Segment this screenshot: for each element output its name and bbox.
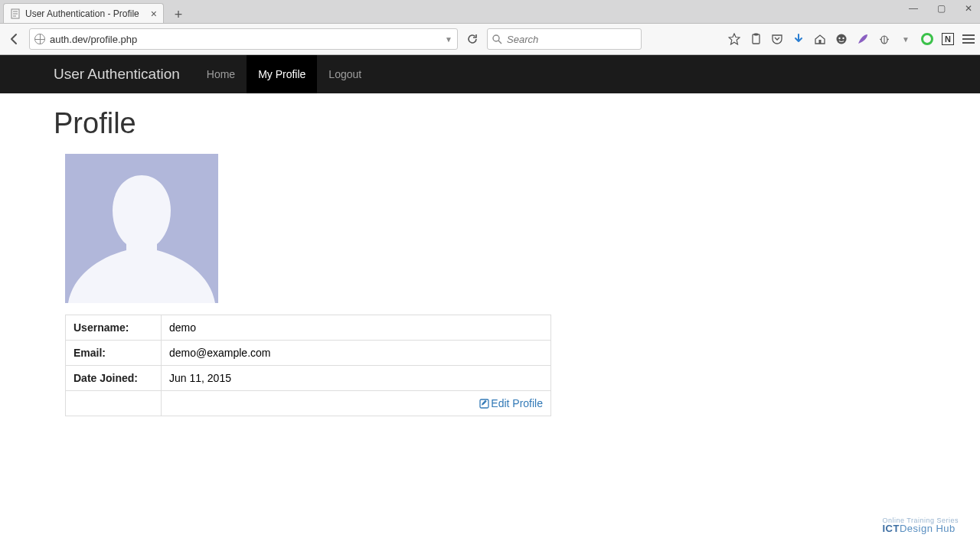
profile-avatar (65, 154, 218, 303)
minimize-button[interactable]: — (905, 3, 922, 14)
page-navbar: User Authentication Home My Profile Logo… (0, 55, 980, 93)
maximize-button[interactable]: ▢ (933, 3, 949, 14)
feather-icon[interactable] (856, 32, 870, 46)
pocket-icon[interactable] (770, 32, 784, 46)
close-window-button[interactable]: ✕ (960, 3, 977, 14)
nav-my-profile[interactable]: My Profile (247, 55, 317, 93)
email-label: Email: (66, 341, 162, 366)
bookmark-star-icon[interactable] (727, 32, 741, 46)
date-joined-value: Jun 11, 2015 (162, 366, 551, 391)
back-button[interactable] (5, 29, 24, 49)
url-dropdown-icon[interactable]: ▼ (445, 35, 452, 44)
watermark: Online Training Series ICTDesign Hub (882, 517, 959, 534)
address-bar[interactable]: ▼ (29, 28, 458, 50)
username-value: demo (162, 315, 551, 341)
svg-line-5 (498, 41, 501, 44)
hamburger-menu-icon[interactable] (962, 32, 975, 46)
bug-icon[interactable] (877, 32, 891, 46)
username-label: Username: (66, 315, 162, 341)
edit-profile-label: Edit Profile (491, 397, 543, 409)
brand[interactable]: User Authentication (54, 66, 180, 83)
dropdown-menu-icon[interactable]: ▼ (899, 32, 913, 46)
email-value: demo@example.com (162, 341, 551, 366)
svg-point-4 (493, 35, 499, 41)
browser-tab-strip: User Authentication - Profile × + — ▢ ✕ (0, 0, 980, 23)
site-identity-icon (34, 34, 45, 44)
clipboard-icon[interactable] (749, 32, 763, 46)
reload-button[interactable] (462, 29, 482, 49)
profile-table: Username: demo Email: demo@example.com D… (65, 315, 551, 416)
n-box-icon[interactable]: N (942, 33, 954, 45)
table-row: Email: demo@example.com (66, 341, 551, 366)
edit-profile-link[interactable]: Edit Profile (479, 397, 543, 409)
face-icon[interactable] (835, 32, 848, 46)
date-joined-label: Date Joined: (66, 366, 162, 391)
home-icon[interactable] (813, 32, 827, 46)
svg-point-9 (837, 34, 847, 44)
browser-toolbar: ▼ ▼ N (0, 23, 980, 55)
svg-point-10 (838, 37, 840, 39)
downloads-icon[interactable] (792, 32, 805, 46)
page-title: Profile (54, 107, 926, 140)
search-icon (492, 34, 502, 44)
new-tab-button[interactable]: + (168, 6, 188, 23)
svg-rect-6 (753, 34, 760, 44)
search-bar[interactable] (487, 28, 642, 50)
search-input[interactable] (507, 34, 636, 45)
tab-title: User Authentication - Profile (25, 8, 139, 19)
edit-icon (479, 399, 489, 409)
green-ring-icon[interactable] (920, 32, 934, 46)
table-row: Date Joined: Jun 11, 2015 (66, 366, 551, 391)
nav-logout[interactable]: Logout (317, 55, 373, 93)
tab-favicon (10, 8, 21, 19)
svg-rect-8 (819, 40, 822, 44)
svg-rect-7 (754, 34, 758, 36)
url-input[interactable] (50, 34, 440, 45)
table-row: Edit Profile (66, 391, 551, 416)
table-row: Username: demo (66, 315, 551, 341)
browser-tab[interactable]: User Authentication - Profile × (3, 3, 164, 23)
nav-home[interactable]: Home (195, 55, 247, 93)
svg-point-11 (842, 37, 844, 39)
tab-close-icon[interactable]: × (151, 8, 157, 20)
